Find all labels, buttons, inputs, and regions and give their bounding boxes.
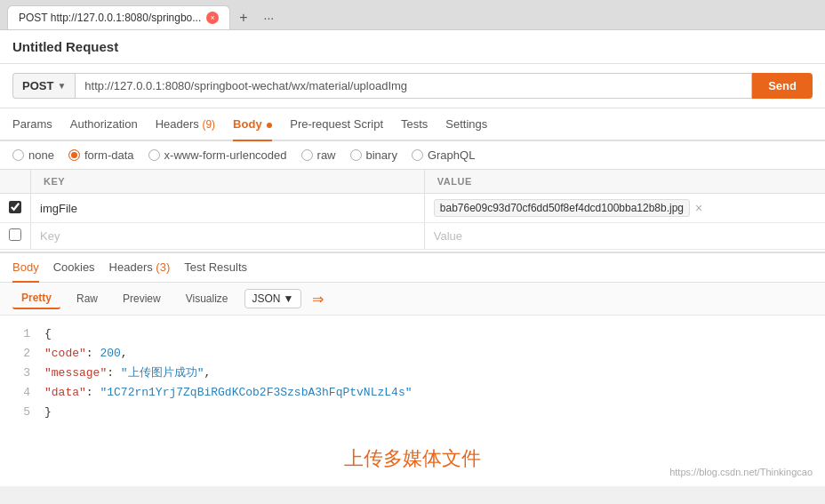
tab-authorization[interactable]: Authorization [70,108,138,141]
active-tab[interactable]: POST http://127.0.0.1:8080/springbo... × [7,5,230,29]
raw-button[interactable]: Raw [68,289,107,308]
body-type-none[interactable]: none [12,148,54,162]
body-type-formdata[interactable]: form-data [68,148,134,162]
body-active-dot [267,123,272,128]
row2-value-cell[interactable]: Value [424,223,825,250]
body-type-raw[interactable]: raw [301,148,336,162]
tab-title: POST http://127.0.0.1:8080/springbo... [19,12,201,24]
format-label: JSON [252,292,281,305]
resp-headers-badge: (3) [156,260,170,274]
tab-bar: POST http://127.0.0.1:8080/springbo... ×… [0,0,825,29]
row1-value-cell: bab76e09c93d70cf6dd50f8ef4dcd100bba12b8b… [424,194,825,223]
radio-none-label: none [28,148,54,162]
wrap-button[interactable]: ⇒ [308,289,327,309]
url-row: POST ▼ Send [0,64,825,108]
response-toolbar: Pretty Raw Preview Visualize JSON ▼ ⇒ [0,283,825,316]
resp-tab-cookies[interactable]: Cookies [53,253,95,283]
json-line-5: 5 } [12,403,813,422]
json-line-1: 1 { [12,324,813,344]
json-line-3: 3 "message": "上传图片成功", [12,364,813,383]
radio-binary-icon [350,149,362,161]
csdn-link: https://blog.csdn.net/Thinkingcao [669,467,813,477]
row2-key-cell[interactable]: Key [31,223,425,250]
row1-key: imgFile [40,202,77,215]
method-chevron-icon: ▼ [57,81,66,91]
format-chevron-icon: ▼ [284,292,294,305]
row1-remove-button[interactable]: × [695,201,702,215]
request-tab-nav: Params Authorization Headers (9) Body Pr… [0,108,825,141]
tab-more-button[interactable]: ··· [257,7,282,28]
row2-value-placeholder: Value [434,229,462,243]
row2-key-placeholder: Key [40,229,60,243]
json-viewer: 1 { 2 "code": 200, 3 "message": "上传图片成功"… [0,316,825,431]
headers-badge: (9) [202,118,215,131]
radio-formdata-label: form-data [84,148,134,162]
row1-checkbox[interactable] [9,201,21,213]
watermark-text: 上传多媒体文件 [344,445,481,472]
radio-urlencoded-label: x-www-form-urlencoded [164,148,287,162]
resp-tab-testresults[interactable]: Test Results [184,253,247,283]
radio-binary-label: binary [366,148,397,162]
send-button[interactable]: Send [752,73,813,99]
tab-headers[interactable]: Headers (9) [156,108,215,141]
col-value: VALUE [424,170,825,194]
tab-close-icon[interactable]: × [206,12,219,24]
form-data-table: KEY VALUE imgFile bab76e09c93d70cf6dd50f… [0,170,825,250]
row1-file-value: bab76e09c93d70cf6dd50f8ef4dcd100bba12b8b… [434,199,690,217]
visualize-button[interactable]: Visualize [177,289,237,308]
row2-checkbox[interactable] [9,228,21,241]
url-input[interactable] [75,73,752,99]
row1-key-cell: imgFile [31,194,425,223]
body-type-binary[interactable]: binary [350,148,397,162]
tab-params[interactable]: Params [12,108,52,141]
response-tab-nav: Body Cookies Headers (3) Test Results [0,252,825,283]
radio-graphql-icon [412,149,423,161]
body-type-graphql[interactable]: GraphQL [412,148,475,162]
json-line-2: 2 "code": 200, [12,344,813,364]
radio-urlencoded-icon [148,149,160,161]
radio-graphql-label: GraphQL [428,148,475,162]
table-row: imgFile bab76e09c93d70cf6dd50f8ef4dcd100… [0,194,825,223]
row1-value-field: bab76e09c93d70cf6dd50f8ef4dcd100bba12b8b… [434,199,816,217]
resp-tab-body[interactable]: Body [12,253,39,283]
tab-settings[interactable]: Settings [445,108,487,141]
json-line-4: 4 "data": "1C72rn1Yrj7ZqBiRGdKCob2F3Szsb… [12,383,813,403]
resp-tab-headers[interactable]: Headers (3) [109,253,171,283]
browser-chrome: POST http://127.0.0.1:8080/springbo... ×… [0,0,825,30]
radio-formdata-icon [68,149,80,161]
radio-raw-icon [301,149,313,161]
watermark-area: 上传多媒体文件 [0,431,825,486]
tab-tests[interactable]: Tests [401,108,428,141]
tab-prerequest[interactable]: Pre-request Script [290,108,383,141]
new-tab-button[interactable]: + [232,6,254,29]
method-select[interactable]: POST ▼ [12,73,75,99]
request-title: Untitled Request [0,30,825,64]
row1-checkbox-cell [0,194,31,223]
body-type-urlencoded[interactable]: x-www-form-urlencoded [148,148,287,162]
row2-checkbox-cell [0,223,31,250]
col-key: KEY [31,170,425,194]
table-row: Key Value [0,223,825,250]
tab-body[interactable]: Body [233,108,272,141]
col-checkbox [0,170,31,194]
preview-button[interactable]: Preview [114,289,170,308]
method-label: POST [22,79,53,92]
pretty-button[interactable]: Pretty [12,288,60,309]
radio-raw-label: raw [317,148,336,162]
main-content: Untitled Request POST ▼ Send Params Auth… [0,30,825,486]
radio-none-icon [12,149,24,161]
format-select[interactable]: JSON ▼ [244,289,302,308]
body-type-row: none form-data x-www-form-urlencoded raw… [0,141,825,170]
